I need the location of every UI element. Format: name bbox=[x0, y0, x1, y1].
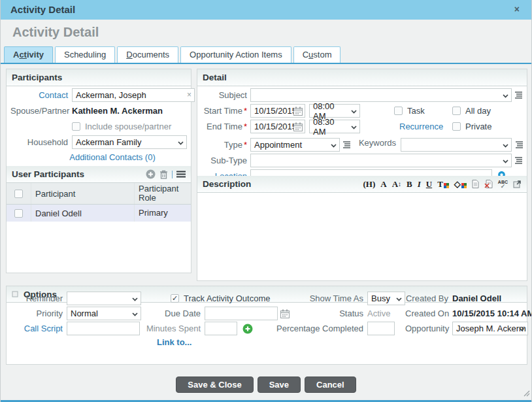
add-participant-icon[interactable] bbox=[146, 169, 156, 179]
private-label: Private bbox=[465, 122, 491, 131]
heading-icon[interactable]: (H) bbox=[363, 180, 375, 188]
participants-header: Participants bbox=[7, 69, 191, 86]
percentage-completed-row: Percentage Completed bbox=[267, 322, 405, 335]
show-time-as-select[interactable]: Busy bbox=[367, 292, 405, 305]
chevron-down-icon bbox=[178, 141, 184, 145]
minutes-spent-label: Minutes Spent bbox=[141, 324, 201, 333]
chevron-down-icon bbox=[132, 297, 138, 301]
track-outcome-label: Track Activity Outcome bbox=[184, 293, 270, 303]
page-title: Activity Detail bbox=[12, 25, 99, 40]
start-time-select[interactable]: 08:00 AM bbox=[309, 104, 360, 118]
end-date-input[interactable]: 10/15/2015 bbox=[250, 120, 305, 133]
tab-scheduling[interactable]: Scheduling bbox=[55, 46, 115, 63]
save-button[interactable]: Save bbox=[258, 377, 301, 393]
table-row[interactable]: Daniel Odell Primary bbox=[7, 205, 191, 222]
highlight-color-icon[interactable]: ◇ bbox=[454, 180, 467, 188]
subtype-row: Sub-Type bbox=[201, 154, 523, 167]
subtype-select[interactable] bbox=[250, 154, 512, 167]
private-checkbox[interactable] bbox=[452, 122, 461, 131]
tab-documents[interactable]: Documents bbox=[117, 46, 178, 63]
italic-icon[interactable]: I bbox=[418, 180, 421, 188]
contact-input[interactable] bbox=[72, 88, 195, 102]
all-day-checkbox[interactable] bbox=[452, 107, 461, 115]
spouse-label: Spouse/Partner bbox=[10, 106, 68, 116]
household-select[interactable]: Ackerman Family bbox=[72, 135, 187, 149]
keywords-list-icon[interactable] bbox=[515, 138, 524, 152]
font-color-icon[interactable]: T bbox=[437, 180, 449, 188]
task-checkbox[interactable] bbox=[394, 107, 403, 115]
user-participants-header: User Participants bbox=[7, 166, 191, 183]
toolbar-separator bbox=[172, 171, 173, 178]
select-all-checkbox[interactable] bbox=[14, 190, 23, 198]
type-select[interactable]: Appointment bbox=[250, 138, 340, 152]
window-title: Activity Detail bbox=[10, 4, 75, 15]
priority-select[interactable]: Normal bbox=[67, 307, 141, 320]
color-grid-icon bbox=[461, 183, 467, 188]
reminder-select[interactable] bbox=[67, 292, 141, 305]
recurrence-link[interactable]: Recurrence bbox=[399, 120, 443, 133]
notes-icon[interactable] bbox=[472, 180, 479, 188]
row-checkbox[interactable] bbox=[14, 209, 23, 218]
start-time-row: Start Time* 10/15/2015 08:00 AM Task All… bbox=[201, 104, 523, 118]
spouse-row: Spouse/Partner Kathleen M. Ackerman bbox=[10, 104, 187, 118]
show-time-as-label: Show Time As bbox=[267, 293, 363, 303]
reminder-row: Reminder bbox=[13, 292, 141, 305]
tab-strip: Activity Scheduling Documents Opportunit… bbox=[1, 46, 531, 64]
bold-icon[interactable]: B bbox=[407, 180, 412, 188]
window-titlebar: Activity Detail × bbox=[1, 0, 531, 20]
created-by-label: Created By bbox=[405, 293, 448, 303]
tab-activity[interactable]: Activity bbox=[4, 46, 53, 63]
tab-opportunity-action-items[interactable]: Opportunity Action Items bbox=[180, 46, 291, 63]
open-editor-icon[interactable] bbox=[513, 180, 522, 188]
font-size-icon[interactable]: A↕ bbox=[392, 180, 401, 188]
font-icon[interactable]: A bbox=[380, 180, 386, 188]
created-by-row: Created By Daniel Odell bbox=[405, 292, 528, 305]
chevron-down-icon bbox=[503, 159, 508, 163]
start-date-input[interactable]: 10/15/2015 bbox=[250, 104, 305, 118]
description-textarea[interactable] bbox=[197, 193, 527, 280]
participant-name: Daniel Odell bbox=[31, 205, 135, 222]
opportunity-label: Opportunity bbox=[405, 324, 448, 333]
created-on-label: Created On bbox=[405, 309, 448, 318]
tab-custom[interactable]: Custom bbox=[293, 46, 341, 63]
chevron-down-icon bbox=[519, 327, 525, 331]
contact-label-link[interactable]: Contact bbox=[10, 90, 68, 100]
opportunity-row: Opportunity Joseph M. Ackerm bbox=[405, 322, 528, 335]
activity-detail-dialog: Activity Detail × Activity Detail Activi… bbox=[0, 0, 532, 402]
save-and-close-button[interactable]: Save & Close bbox=[176, 377, 253, 393]
status-row: Status Active bbox=[267, 307, 405, 320]
end-time-select[interactable]: 08:30 AM bbox=[309, 120, 360, 133]
end-time-row: End Time* 10/15/2015 08:30 AM Recurrence… bbox=[201, 120, 523, 133]
menu-icon[interactable] bbox=[176, 171, 186, 178]
resize-grip[interactable] bbox=[524, 388, 530, 399]
detail-header: Detail bbox=[197, 69, 527, 86]
subject-combobox[interactable] bbox=[250, 88, 512, 102]
underline-icon[interactable]: U bbox=[426, 180, 432, 188]
delete-participant-icon[interactable] bbox=[159, 170, 168, 179]
clear-formatting-icon[interactable] bbox=[484, 180, 493, 188]
percentage-completed-input[interactable] bbox=[367, 322, 395, 335]
participants-panel: Participants Contact × Spouse/Partner Ka… bbox=[6, 69, 191, 273]
keywords-select[interactable] bbox=[401, 138, 512, 152]
contact-row: Contact × bbox=[10, 88, 187, 102]
call-script-link[interactable]: Call Script bbox=[13, 324, 63, 333]
description-header: Description (H) A A↕ B I U T ◇ ABC✓ bbox=[197, 176, 527, 193]
include-spouse-checkbox[interactable] bbox=[72, 122, 80, 131]
additional-contacts-link[interactable]: Additional Contacts (0) bbox=[69, 152, 156, 162]
cancel-button[interactable]: Cancel bbox=[305, 377, 356, 393]
opportunity-select[interactable]: Joseph M. Ackerm bbox=[452, 322, 528, 335]
spellcheck-icon[interactable]: ABC✓ bbox=[498, 180, 508, 188]
calendar-icon[interactable] bbox=[293, 107, 303, 118]
add-minutes-icon[interactable] bbox=[242, 324, 253, 334]
subject-list-icon[interactable] bbox=[514, 92, 523, 99]
minutes-spent-input[interactable] bbox=[205, 322, 237, 335]
calendar-icon[interactable] bbox=[293, 122, 303, 133]
chevron-down-icon bbox=[351, 126, 357, 129]
subtype-list-icon[interactable] bbox=[514, 157, 523, 164]
close-icon[interactable]: × bbox=[514, 0, 520, 20]
chevron-down-icon bbox=[503, 94, 508, 98]
call-script-input[interactable] bbox=[67, 322, 140, 335]
clear-contact-icon[interactable]: × bbox=[187, 90, 191, 99]
track-outcome-checkbox[interactable]: ✓ bbox=[171, 294, 179, 303]
link-to-link[interactable]: Link to... bbox=[157, 337, 191, 347]
